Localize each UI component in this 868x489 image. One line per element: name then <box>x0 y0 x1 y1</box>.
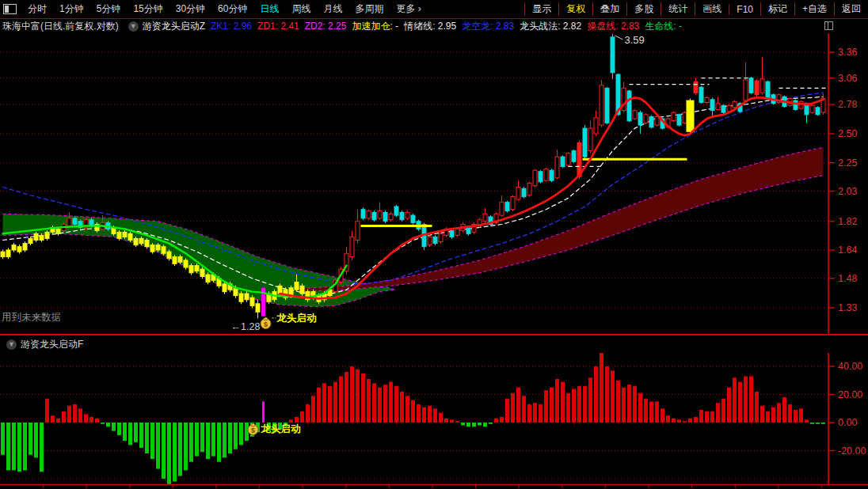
svg-text:龙头启动: 龙头启动 <box>261 423 302 434</box>
period-tab-7[interactable]: 周线 <box>285 2 317 16</box>
candle <box>405 210 409 220</box>
toolbar-button-7[interactable]: 标记 <box>760 2 794 16</box>
indicator-value: ZD1: 2.41 <box>257 21 299 32</box>
toolbar-button-9[interactable]: 返回 <box>834 2 868 16</box>
candle <box>428 235 432 247</box>
candle <box>394 205 398 217</box>
period-tab-10[interactable]: 更多 › <box>390 2 427 16</box>
candle <box>505 200 509 212</box>
candle <box>511 195 515 210</box>
toolbar-button-4[interactable]: 统计 <box>661 2 695 16</box>
candle <box>78 219 82 229</box>
toolbar-actions: 显示复权叠加多股统计画线F10标记+自选返回 <box>524 2 868 16</box>
period-tab-6[interactable]: 日线 <box>253 2 285 16</box>
period-tab-0[interactable]: 分时 <box>21 2 53 16</box>
candle <box>566 152 570 167</box>
candle <box>256 300 260 319</box>
candle <box>816 106 820 116</box>
candle <box>527 181 531 196</box>
candle <box>588 121 592 154</box>
candle <box>45 230 49 241</box>
candle <box>173 255 177 266</box>
period-tab-1[interactable]: 1分钟 <box>53 2 90 16</box>
candle <box>12 243 16 252</box>
candle <box>40 233 44 242</box>
candle <box>687 99 694 134</box>
svg-text:2.50: 2.50 <box>838 128 857 139</box>
candle <box>378 203 382 220</box>
window-layout-icon[interactable] <box>3 4 17 14</box>
indicator-value: 龙头战法: 2.82 <box>520 21 581 32</box>
candle <box>23 241 27 252</box>
period-tab-9[interactable]: 多周期 <box>348 2 390 16</box>
candle <box>583 125 587 159</box>
candle <box>433 235 437 245</box>
candle <box>760 57 764 94</box>
candle <box>1 250 5 260</box>
candle <box>622 82 626 112</box>
candle <box>633 109 637 120</box>
candle <box>356 210 360 244</box>
svg-text:$: $ <box>264 320 268 328</box>
candle <box>500 195 504 217</box>
sub-indicator-chart[interactable]: 40.0020.000.00-20.00$龙头启动 <box>0 353 868 489</box>
indicator-value: 生命线: - <box>645 21 682 32</box>
top-toolbar: 分时1分钟5分钟15分钟30分钟60分钟日线周线月线多周期更多 › 显示复权叠加… <box>0 0 868 19</box>
candle <box>672 112 676 123</box>
candle <box>644 113 648 124</box>
period-tab-3[interactable]: 15分钟 <box>127 2 169 16</box>
candle <box>483 208 487 223</box>
candle <box>805 103 809 123</box>
candle <box>627 89 631 122</box>
candle <box>84 218 88 229</box>
candle <box>522 187 526 198</box>
candle <box>561 155 565 168</box>
svg-text:1.33: 1.33 <box>838 302 857 313</box>
period-tab-8[interactable]: 月线 <box>317 2 348 16</box>
indicator-value: ZD2: 2.25 <box>305 21 347 32</box>
candle <box>550 169 554 182</box>
candle <box>150 243 154 254</box>
toolbar-button-8[interactable]: +自选 <box>794 2 834 16</box>
toolbar-button-3[interactable]: 多股 <box>626 2 661 16</box>
period-tab-5[interactable]: 60分钟 <box>211 2 253 16</box>
candle <box>372 210 376 222</box>
svg-text:20.00: 20.00 <box>838 389 862 400</box>
svg-text:2.03: 2.03 <box>838 186 857 197</box>
svg-text:3.36: 3.36 <box>838 47 857 58</box>
toolbar-button-6[interactable]: F10 <box>729 4 760 15</box>
candle <box>17 244 21 253</box>
svg-text:3.06: 3.06 <box>838 73 857 84</box>
period-tab-4[interactable]: 30分钟 <box>169 2 211 16</box>
candle <box>594 111 598 136</box>
toolbar-button-5[interactable]: 画线 <box>695 2 729 16</box>
indicator-values: ZK1: 2.96ZD1: 2.41ZD2: 2.25加速加仓: -情绪线: 2… <box>211 20 687 33</box>
panel-maximize-icon[interactable] <box>824 21 833 30</box>
candle <box>649 116 653 129</box>
candle <box>777 93 781 104</box>
svg-text:40.00: 40.00 <box>838 361 862 372</box>
collapse-chevron-icon[interactable]: ▼ <box>128 21 139 32</box>
toolbar-button-2[interactable]: 叠加 <box>592 2 626 16</box>
candle <box>794 100 798 111</box>
candle <box>34 232 38 242</box>
candle <box>705 97 709 104</box>
sub-panel-header: ▼ 游资龙头启动F <box>0 334 868 353</box>
toolbar-button-0[interactable]: 显示 <box>524 2 558 16</box>
candle <box>29 237 32 245</box>
candle <box>73 217 77 226</box>
indicator-value: 操盘线: 2.83 <box>587 21 639 32</box>
sub-collapse-chevron-icon[interactable]: ▼ <box>6 339 17 350</box>
candle <box>489 215 493 226</box>
candle <box>611 34 615 79</box>
svg-text:2.78: 2.78 <box>838 99 857 110</box>
candle <box>439 232 443 244</box>
toolbar-button-1[interactable]: 复权 <box>558 2 592 16</box>
candle <box>555 150 559 179</box>
svg-text:0.00: 0.00 <box>838 417 857 428</box>
period-tab-2[interactable]: 5分钟 <box>90 2 128 16</box>
main-chart[interactable]: 3.363.062.782.502.252.031.821.641.481.33… <box>0 33 868 334</box>
candle <box>683 112 687 124</box>
candle <box>810 104 814 114</box>
candle <box>638 111 642 134</box>
